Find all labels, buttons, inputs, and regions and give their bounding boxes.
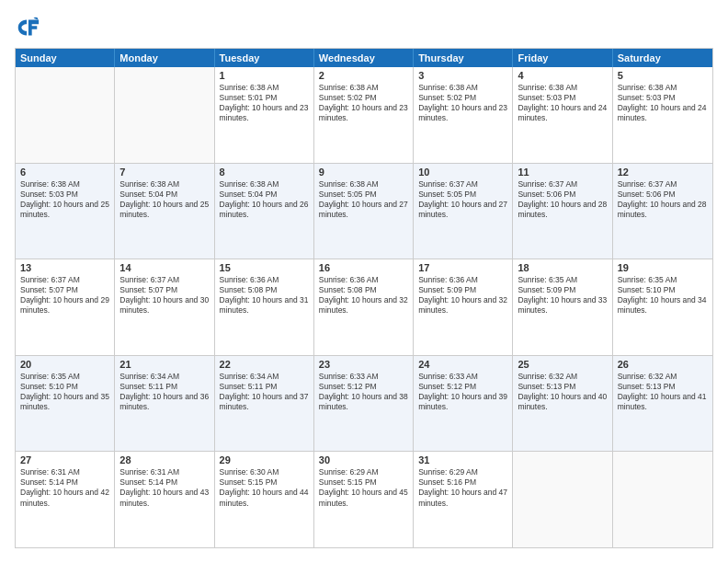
day-number: 4: [518, 70, 607, 81]
calendar-cell: 14Sunrise: 6:37 AM Sunset: 5:07 PM Dayli…: [115, 259, 214, 355]
cell-info: Sunrise: 6:37 AM Sunset: 5:07 PM Dayligh…: [119, 275, 209, 316]
cell-info: Sunrise: 6:31 AM Sunset: 5:14 PM Dayligh…: [20, 467, 109, 508]
day-number: 11: [518, 167, 607, 178]
cell-info: Sunrise: 6:38 AM Sunset: 5:03 PM Dayligh…: [518, 83, 607, 123]
cell-info: Sunrise: 6:35 AM Sunset: 5:10 PM Dayligh…: [618, 275, 708, 316]
header-day-saturday: Saturday: [613, 49, 712, 67]
calendar-cell: 20Sunrise: 6:35 AM Sunset: 5:10 PM Dayli…: [16, 356, 115, 452]
cell-info: Sunrise: 6:38 AM Sunset: 5:03 PM Dayligh…: [618, 83, 708, 123]
calendar-cell: 16Sunrise: 6:36 AM Sunset: 5:08 PM Dayli…: [314, 259, 414, 355]
cell-info: Sunrise: 6:30 AM Sunset: 5:15 PM Dayligh…: [220, 467, 309, 508]
calendar-cell: 4Sunrise: 6:38 AM Sunset: 5:03 PM Daylig…: [513, 67, 612, 163]
calendar-cell: 3Sunrise: 6:38 AM Sunset: 5:02 PM Daylig…: [414, 67, 513, 163]
calendar-cell: 24Sunrise: 6:33 AM Sunset: 5:12 PM Dayli…: [414, 356, 513, 452]
day-number: 21: [119, 359, 209, 370]
calendar-row-3: 13Sunrise: 6:37 AM Sunset: 5:07 PM Dayli…: [16, 259, 712, 356]
day-number: 8: [220, 167, 309, 178]
cell-info: Sunrise: 6:33 AM Sunset: 5:12 PM Dayligh…: [319, 372, 408, 412]
logo: [15, 15, 44, 40]
calendar-cell: 31Sunrise: 6:29 AM Sunset: 5:16 PM Dayli…: [414, 452, 513, 547]
day-number: 10: [418, 167, 507, 178]
cell-info: Sunrise: 6:32 AM Sunset: 5:13 PM Dayligh…: [518, 372, 607, 412]
cell-info: Sunrise: 6:29 AM Sunset: 5:15 PM Dayligh…: [319, 467, 408, 508]
calendar-cell: 9Sunrise: 6:38 AM Sunset: 5:05 PM Daylig…: [314, 164, 414, 259]
cell-info: Sunrise: 6:29 AM Sunset: 5:16 PM Dayligh…: [418, 467, 507, 508]
cell-info: Sunrise: 6:38 AM Sunset: 5:04 PM Dayligh…: [220, 179, 309, 220]
calendar-cell: 21Sunrise: 6:34 AM Sunset: 5:11 PM Dayli…: [115, 356, 214, 452]
day-number: 13: [20, 262, 109, 273]
calendar-cell: 29Sunrise: 6:30 AM Sunset: 5:15 PM Dayli…: [215, 452, 314, 547]
day-number: 27: [20, 454, 109, 465]
cell-info: Sunrise: 6:36 AM Sunset: 5:08 PM Dayligh…: [319, 275, 408, 316]
calendar-cell: [513, 452, 612, 547]
day-number: 5: [618, 70, 708, 81]
day-number: 14: [119, 262, 209, 273]
day-number: 1: [220, 70, 309, 81]
calendar-cell: 12Sunrise: 6:37 AM Sunset: 5:06 PM Dayli…: [613, 164, 712, 259]
cell-info: Sunrise: 6:37 AM Sunset: 5:05 PM Dayligh…: [418, 179, 507, 220]
day-number: 6: [20, 167, 109, 178]
calendar-cell: 10Sunrise: 6:37 AM Sunset: 5:05 PM Dayli…: [414, 164, 513, 259]
cell-info: Sunrise: 6:38 AM Sunset: 5:02 PM Dayligh…: [319, 83, 408, 123]
cell-info: Sunrise: 6:36 AM Sunset: 5:09 PM Dayligh…: [418, 275, 507, 316]
calendar-cell: 26Sunrise: 6:32 AM Sunset: 5:13 PM Dayli…: [613, 356, 712, 452]
header-day-tuesday: Tuesday: [215, 49, 314, 67]
cell-info: Sunrise: 6:38 AM Sunset: 5:04 PM Dayligh…: [119, 179, 209, 220]
day-number: 7: [119, 167, 209, 178]
calendar-cell: 19Sunrise: 6:35 AM Sunset: 5:10 PM Dayli…: [613, 259, 712, 355]
calendar-cell: [16, 67, 115, 163]
calendar-cell: 7Sunrise: 6:38 AM Sunset: 5:04 PM Daylig…: [115, 164, 214, 259]
calendar-cell: [115, 67, 214, 163]
cell-info: Sunrise: 6:36 AM Sunset: 5:08 PM Dayligh…: [220, 275, 309, 316]
cell-info: Sunrise: 6:34 AM Sunset: 5:11 PM Dayligh…: [220, 372, 309, 412]
header-day-wednesday: Wednesday: [314, 49, 414, 67]
calendar-cell: 25Sunrise: 6:32 AM Sunset: 5:13 PM Dayli…: [513, 356, 612, 452]
day-number: 17: [418, 262, 507, 273]
calendar-cell: 30Sunrise: 6:29 AM Sunset: 5:15 PM Dayli…: [314, 452, 414, 547]
calendar-cell: 6Sunrise: 6:38 AM Sunset: 5:03 PM Daylig…: [16, 164, 115, 259]
day-number: 20: [20, 359, 109, 370]
day-number: 31: [418, 454, 507, 465]
header: [15, 15, 713, 40]
calendar: SundayMondayTuesdayWednesdayThursdayFrid…: [15, 48, 713, 548]
calendar-cell: 1Sunrise: 6:38 AM Sunset: 5:01 PM Daylig…: [215, 67, 314, 163]
calendar-header: SundayMondayTuesdayWednesdayThursdayFrid…: [16, 49, 712, 67]
calendar-cell: 8Sunrise: 6:38 AM Sunset: 5:04 PM Daylig…: [215, 164, 314, 259]
day-number: 19: [618, 262, 708, 273]
day-number: 30: [319, 454, 408, 465]
calendar-cell: 11Sunrise: 6:37 AM Sunset: 5:06 PM Dayli…: [513, 164, 612, 259]
cell-info: Sunrise: 6:37 AM Sunset: 5:06 PM Dayligh…: [618, 179, 708, 220]
calendar-row-2: 6Sunrise: 6:38 AM Sunset: 5:03 PM Daylig…: [16, 164, 712, 260]
cell-info: Sunrise: 6:38 AM Sunset: 5:05 PM Dayligh…: [319, 179, 408, 220]
calendar-body: 1Sunrise: 6:38 AM Sunset: 5:01 PM Daylig…: [16, 67, 712, 547]
calendar-cell: 15Sunrise: 6:36 AM Sunset: 5:08 PM Dayli…: [215, 259, 314, 355]
calendar-cell: 5Sunrise: 6:38 AM Sunset: 5:03 PM Daylig…: [613, 67, 712, 163]
cell-info: Sunrise: 6:32 AM Sunset: 5:13 PM Dayligh…: [618, 372, 708, 412]
day-number: 3: [418, 70, 507, 81]
calendar-cell: 13Sunrise: 6:37 AM Sunset: 5:07 PM Dayli…: [16, 259, 115, 355]
day-number: 25: [518, 359, 607, 370]
day-number: 24: [418, 359, 507, 370]
calendar-cell: 27Sunrise: 6:31 AM Sunset: 5:14 PM Dayli…: [16, 452, 115, 547]
day-number: 15: [220, 262, 309, 273]
cell-info: Sunrise: 6:38 AM Sunset: 5:02 PM Dayligh…: [418, 83, 507, 123]
calendar-row-5: 27Sunrise: 6:31 AM Sunset: 5:14 PM Dayli…: [16, 452, 712, 547]
day-number: 23: [319, 359, 408, 370]
calendar-cell: 17Sunrise: 6:36 AM Sunset: 5:09 PM Dayli…: [414, 259, 513, 355]
header-day-monday: Monday: [115, 49, 214, 67]
header-day-sunday: Sunday: [16, 49, 115, 67]
logo-icon: [15, 15, 40, 40]
page: SundayMondayTuesdayWednesdayThursdayFrid…: [0, 0, 728, 563]
day-number: 22: [220, 359, 309, 370]
header-day-thursday: Thursday: [414, 49, 513, 67]
calendar-cell: 2Sunrise: 6:38 AM Sunset: 5:02 PM Daylig…: [314, 67, 414, 163]
calendar-row-1: 1Sunrise: 6:38 AM Sunset: 5:01 PM Daylig…: [16, 67, 712, 164]
day-number: 28: [119, 454, 209, 465]
cell-info: Sunrise: 6:37 AM Sunset: 5:06 PM Dayligh…: [518, 179, 607, 220]
cell-info: Sunrise: 6:35 AM Sunset: 5:09 PM Dayligh…: [518, 275, 607, 316]
calendar-cell: 28Sunrise: 6:31 AM Sunset: 5:14 PM Dayli…: [115, 452, 214, 547]
cell-info: Sunrise: 6:33 AM Sunset: 5:12 PM Dayligh…: [418, 372, 507, 412]
cell-info: Sunrise: 6:34 AM Sunset: 5:11 PM Dayligh…: [119, 372, 209, 412]
calendar-cell: [613, 452, 712, 547]
day-number: 2: [319, 70, 408, 81]
